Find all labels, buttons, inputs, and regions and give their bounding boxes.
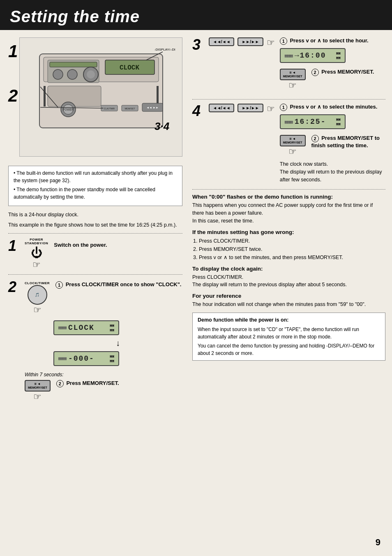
step-1-number: 1 (8, 239, 21, 253)
divider-2 (8, 274, 182, 275)
clock-btn-label: CLOCK/TIMER (25, 281, 50, 285)
divider-right-2 (192, 189, 385, 190)
step-2-sub2-area: Within 7 seconds: II ◄MEMORY/SET ☞ 2 Pre… (25, 372, 182, 402)
demo-text-2: You can cancel the demo function by pres… (198, 342, 380, 357)
svg-rect-3 (44, 86, 46, 107)
svg-rect-17 (50, 62, 97, 67)
step-2-sub2-text: 2 Press MEMORY/SET. (56, 380, 119, 387)
step-2-sub1: CLOCK/TIMER 🎵 ☞ 1 Press CLOCK/TIMER once… (25, 281, 182, 315)
memory-btn-4[interactable]: II ◄MEMORY/SET (280, 135, 306, 146)
power-button-label: POWERSTANDBY/ON (25, 238, 48, 245)
reference-heading: For your reference (192, 293, 385, 299)
step-3-content: 1 Press v or ∧ to select the hour. ▦▦▦ →… (280, 37, 385, 93)
finger-icon-2: ☞ (33, 305, 42, 315)
divider-1 (8, 233, 182, 234)
divider-right-1 (192, 99, 385, 100)
arrow-down-1: ↓ (53, 338, 182, 348)
reference-section: For your reference The hour indication w… (192, 293, 385, 308)
page: Setting the time 1 2 (0, 0, 392, 556)
page-title: Setting the time (10, 7, 140, 26)
clock-btn-container: CLOCK/TIMER 🎵 ☞ (25, 281, 50, 315)
step-1-row: 1 POWERSTANDBY/ON ⏻ ☞ Switch on the powe… (8, 238, 182, 270)
display-heading: To display the clock again: (192, 266, 385, 272)
ffwd-btn-2[interactable]: ►►/►► (238, 104, 263, 112)
clock-notes: The clock now starts. The display will r… (280, 160, 385, 183)
step-3-sub2-text: 2 Press MEMORY/SET. (311, 69, 374, 76)
info-line2: This example in the figure shows how to … (8, 221, 182, 229)
step-3-sub2: II ◄MEMORY/SET ☞ 2 Press MEMORY/SET. (280, 69, 385, 91)
finger-icon-5: ☞ (288, 80, 297, 91)
step-3-sub1-text: 1 Press v or ∧ to select the hour. (280, 37, 385, 45)
note-bullet-1: • The built-in demo function will run au… (14, 169, 177, 184)
step-3-number: 3 (192, 37, 204, 52)
step-3-row: 3 ◄◄/◄◄ ►►/►► ☞ 1 Press v or ∧ to select… (192, 37, 385, 93)
svg-point-19 (67, 70, 77, 79)
display-text: Press CLOCK/TIMER. The display will retu… (192, 273, 385, 289)
minutes-heading: If the minutes setting has gone wrong: (192, 229, 385, 235)
svg-text:3·4: 3·4 (154, 120, 170, 132)
memory-btn-container-3: II ◄MEMORY/SET ☞ (280, 69, 306, 91)
memory-btn-3[interactable]: II ◄MEMORY/SET (280, 69, 306, 80)
minutes-item-3: Press v or ∧ to set the minutes, and the… (199, 253, 385, 262)
demo-heading: Demo function while the power is on: (198, 316, 380, 324)
svg-text:CLK/TMR: CLK/TMR (104, 107, 115, 110)
memory-btn-container-2: II ◄MEMORY/SET ☞ (25, 380, 51, 402)
power-button-icon[interactable]: ⏻ (31, 246, 42, 259)
circle-4-1: 1 (280, 104, 287, 111)
left-column: 1 2 (0, 34, 189, 412)
step-3-buttons: ◄◄/◄◄ ►►/►► ☞ (209, 37, 275, 48)
step-4-sub1-text: 1 Press v or ∧ to select the minutes. (280, 104, 385, 111)
right-column: 3 ◄◄/◄◄ ►►/►► ☞ 1 Press v or ∧ to select… (189, 34, 392, 412)
demo-text-1: When the input source is set to "CD" or … (198, 326, 380, 341)
step-2-sub2: II ◄MEMORY/SET ☞ 2 Press MEMORY/SET. (25, 380, 182, 402)
when-text: This happens when you connect the AC pow… (192, 202, 385, 225)
svg-text:◄◄ ►►: ◄◄ ►► (146, 106, 159, 109)
diagram-labels: 1 2 (8, 42, 18, 107)
circle-3-1: 1 (280, 37, 287, 45)
demo-box: Demo function while the power is on: Whe… (192, 313, 385, 361)
finger-icon-4: ☞ (267, 37, 275, 48)
step-4-number: 4 (192, 104, 204, 118)
notes-box: • The built-in demo function will run au… (8, 166, 182, 206)
memory-btn-container-4: II ◄MEMORY/SET ☞ (280, 135, 306, 157)
svg-point-25 (87, 70, 95, 79)
page-header: Setting the time (0, 0, 392, 30)
power-button-container: POWERSTANDBY/ON ⏻ ☞ (25, 238, 48, 270)
when-section: When "0:00" flashes or the demo function… (192, 194, 385, 225)
diagram-step2-label: 2 (8, 86, 18, 106)
svg-text:POWER: POWER (62, 108, 73, 111)
svg-rect-2 (48, 86, 101, 107)
device-svg: CLOCK POWER CLK/TMR MEM/SET (27, 42, 175, 153)
device-diagram-area: 1 2 (8, 37, 182, 162)
diagram-step1-label: 1 (8, 42, 18, 61)
step-1-content: POWERSTANDBY/ON ⏻ ☞ Switch on the power. (25, 238, 182, 270)
rewind-btn[interactable]: ◄◄/◄◄ (209, 37, 234, 46)
circle-3-2: 2 (311, 69, 319, 76)
info-line1: This is a 24-hour display clock. (8, 211, 182, 219)
circle-2: 2 (56, 380, 64, 387)
minutes-item-1: Press CLOCK/TIMER. (199, 237, 385, 245)
step-4-row: 4 ◄◄/◄◄ ►►/►► ☞ 1 Press v or ∧ to select… (192, 104, 385, 183)
step-1-text: Switch on the power. (25, 238, 182, 248)
memory-btn-2[interactable]: II ◄MEMORY/SET (25, 380, 51, 392)
svg-text:MEM/SET: MEM/SET (125, 107, 135, 110)
step-2-number: 2 (8, 280, 21, 294)
step-2-content: CLOCK/TIMER 🎵 ☞ 1 Press CLOCK/TIMER once… (25, 279, 182, 405)
minutes-section: If the minutes setting has gone wrong: P… (192, 229, 385, 262)
clock-btn-icon[interactable]: 🎵 (28, 285, 47, 305)
ffwd-btn[interactable]: ►►/►► (238, 37, 263, 46)
lcd-display-minutes: ▦▦▦ 16:25- ▣▣ ▣▣ (280, 114, 346, 129)
minutes-list: Press CLOCK/TIMER. Press MEMORY/SET twic… (192, 237, 385, 262)
rewind-btn-2[interactable]: ◄◄/◄◄ (209, 104, 234, 112)
circle-4-2: 2 (311, 135, 319, 142)
svg-point-18 (53, 70, 63, 79)
step-4-sub2-text: 2 Press MEMORY/SET to finish setting the… (311, 135, 385, 148)
finger-icon-6: ☞ (267, 104, 275, 114)
step-2-sub1-text: 1 Press CLOCK/TIMER once to show "CLOCK"… (55, 281, 181, 289)
lcd-display-000: ▦▦▦ -000- ▣▣ ▣▣ (53, 351, 119, 366)
reference-text: The hour indication will not change when… (192, 301, 385, 308)
svg-text:-DISPLAY/–DEMO: -DISPLAY/–DEMO (154, 48, 175, 51)
lcd-clock-area: ▦▦▦ CLOCK ▣▣ ▣▣ ↓ ▦▦▦ -000- (53, 318, 182, 368)
step-4-sub2: II ◄MEMORY/SET ☞ 2 Press MEMORY/SET to f… (280, 135, 385, 157)
finger-icon-7: ☞ (288, 146, 297, 157)
